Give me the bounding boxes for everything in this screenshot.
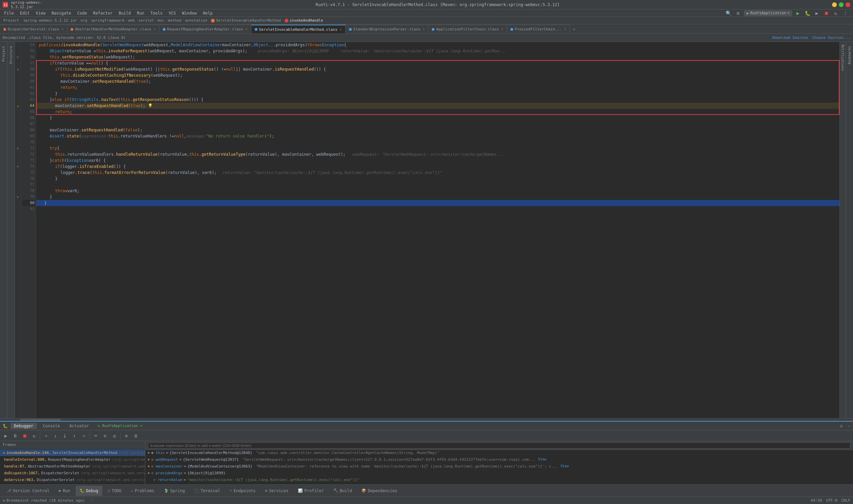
restore-layout-button[interactable]: ≡: [122, 431, 131, 440]
maximize-button[interactable]: [839, 2, 843, 7]
debug-minimize-icon[interactable]: −: [848, 423, 850, 429]
bottom-tab-build[interactable]: 🔨 Build: [329, 486, 356, 496]
tab-close[interactable]: ×: [564, 28, 566, 31]
project-panel-label[interactable]: Project: [1, 43, 6, 64]
watch-item-returnValue[interactable]: = returnValue = "monitor/cache/cache::${…: [145, 477, 853, 484]
project-label[interactable]: Project: [3, 16, 20, 25]
debug-button[interactable]: 🐛: [804, 10, 811, 17]
evaluate-expression-button[interactable]: ⌨: [91, 431, 100, 440]
tab-close[interactable]: ×: [61, 28, 63, 31]
breadcrumb-web[interactable]: web: [128, 18, 135, 23]
structure-label[interactable]: Structure: [8, 43, 14, 67]
evaluate-input[interactable]: [148, 443, 850, 449]
code-line-55[interactable]: Object returnValue = this . invokeForReq…: [36, 48, 839, 54]
debug-tab-actuator[interactable]: Actuator: [66, 423, 92, 429]
horizontal-scrollbar[interactable]: [0, 418, 853, 421]
breadcrumb-org[interactable]: org: [81, 18, 88, 23]
code-line-60[interactable]: mavContainer. setRequestHandled ( true )…: [36, 78, 839, 85]
menu-build[interactable]: Build: [116, 10, 133, 16]
step-into-button[interactable]: ↓: [51, 431, 60, 440]
tab-standard-expression[interactable]: StandardExpressionParser.class ×: [346, 25, 429, 33]
menu-file[interactable]: File: [1, 10, 17, 16]
code-line-72[interactable]: this .returnValueHandlers. handleReturnV…: [36, 151, 839, 158]
code-area[interactable]: public void invokeAndHandle ( ServletWeb…: [36, 42, 839, 418]
tab-request-mapping[interactable]: RequestMappingHandlerAdapter.class ×: [160, 25, 251, 33]
bottom-tab-dependencies[interactable]: 📦 Dependencies: [358, 486, 401, 496]
search-everywhere-icon[interactable]: 🔍: [725, 10, 732, 17]
tab-close[interactable]: ×: [340, 28, 342, 32]
expand-this[interactable]: ▶: [148, 451, 150, 454]
menu-run[interactable]: Run: [134, 10, 147, 16]
bottom-tab-terminal[interactable]: ⬛ Terminal: [190, 486, 224, 496]
debug-settings-icon[interactable]: ⚙: [840, 423, 842, 429]
bottom-tab-todo[interactable]: ☑ TODO: [104, 486, 126, 496]
breadcrumb-mvc[interactable]: mvc: [158, 18, 164, 23]
bottom-tab-profiler[interactable]: 📊 Profiler: [294, 486, 328, 496]
code-line-57[interactable]: if (returnValue == null ) {: [36, 60, 839, 66]
run-config-dropdown[interactable]: ▶ RuoYiApplication ▼: [744, 10, 792, 16]
code-line-75[interactable]: logger. trace ( this . formatErrorForRet…: [36, 169, 839, 176]
fold-icon-74[interactable]: ▼: [17, 165, 19, 168]
run-button[interactable]: ▶: [794, 10, 802, 17]
code-line-59[interactable]: this . disableContentCachingIfNecessary …: [36, 72, 839, 78]
breadcrumb-method[interactable]: method: [168, 18, 181, 23]
code-line-74[interactable]: if (logger. isTraceEnabled ()) {: [36, 163, 839, 169]
more-actions-icon[interactable]: ⋮: [841, 10, 849, 17]
menu-edit[interactable]: Edit: [17, 10, 33, 16]
menu-tools[interactable]: Tools: [148, 10, 165, 16]
code-line-65[interactable]: return ;: [36, 109, 839, 115]
code-line-78[interactable]: throw var6;: [36, 188, 839, 194]
bottom-tab-spring[interactable]: 🍃 Spring: [160, 486, 189, 496]
step-out-button[interactable]: ↑: [70, 431, 79, 440]
fold-icon-56[interactable]: ▼: [17, 55, 19, 59]
watch-item-mavContainer[interactable]: ▶ ⊙ mavContainer = {ModelAndViewContaine…: [145, 464, 853, 470]
code-line-63[interactable]: } else if ( StringUtils . hasText ( this…: [36, 96, 839, 103]
tab-close[interactable]: ×: [154, 28, 156, 31]
debug-tab-debugger[interactable]: Debugger: [11, 423, 37, 429]
watch-view-link-2[interactable]: View: [561, 464, 569, 468]
breadcrumb-springframework[interactable]: springframework: [91, 18, 124, 23]
breadcrumb-annotation[interactable]: annotation: [185, 18, 207, 23]
tab-servlet-invocable[interactable]: ServletInvocableHandlerMethod.class ×: [251, 25, 346, 33]
bottom-tab-problems[interactable]: ⚠ Problems: [127, 486, 158, 496]
frame-item-0[interactable]: → invokeAndHandle:144, ServletInvocableH…: [0, 449, 145, 456]
expand-webRequest[interactable]: ▶: [148, 457, 150, 461]
debug-tab-console[interactable]: Console: [39, 423, 63, 429]
tab-app-filter-chain[interactable]: ApplicationFilterChain.class ×: [428, 25, 507, 33]
minimize-button[interactable]: [832, 2, 837, 7]
code-line-56[interactable]: this . setResponseStatus (webRequest);: [36, 54, 839, 60]
code-line-66[interactable]: }: [36, 115, 839, 121]
run-to-cursor-button[interactable]: ⇒: [79, 431, 88, 440]
choose-sources-link[interactable]: Choose Sources...: [812, 35, 850, 40]
stop-debug-button[interactable]: ⏹: [20, 431, 29, 440]
breadcrumb-servlet[interactable]: servlet: [139, 18, 154, 23]
bottom-tab-endpoints[interactable]: ⚡ Endpoints: [226, 486, 260, 496]
watch-item-this[interactable]: ▶ ⊙ this = {ServletInvocableHandlerMetho…: [145, 450, 853, 457]
expand-providedArgs[interactable]: ▶: [148, 471, 150, 474]
menu-navigate[interactable]: Navigate: [49, 10, 74, 16]
resume-button[interactable]: ▶: [1, 431, 10, 440]
tab-proxied-filter[interactable]: ProxiedFilterChain... ×: [507, 25, 570, 33]
fold-icon-79[interactable]: ▼: [17, 195, 19, 199]
expand-mavContainer[interactable]: ▶: [148, 464, 150, 468]
settings-icon[interactable]: ⚙: [734, 10, 742, 17]
code-line-80[interactable]: }: [36, 200, 839, 206]
breadcrumb-class[interactable]: ⬤ ServletInvocableHandlerMethod: [211, 18, 281, 23]
menu-help[interactable]: Help: [200, 10, 215, 16]
settings-debug-button[interactable]: ≣: [131, 431, 140, 440]
watch-view-link-1[interactable]: View: [538, 457, 546, 461]
tab-close[interactable]: ×: [423, 28, 425, 31]
code-line-64[interactable]: mavContainer. setRequestHandled ( true )…: [36, 103, 839, 109]
step-over-button[interactable]: ↷: [41, 431, 50, 440]
update-button[interactable]: ↻: [832, 10, 839, 17]
code-line-69[interactable]: Assert . state ( expression: this .retur…: [36, 133, 839, 139]
code-line-58[interactable]: if ( this . isRequestNotModified (webReq…: [36, 66, 839, 72]
breakpoints-button[interactable]: ⊙: [101, 431, 109, 440]
menu-vcs[interactable]: VCS: [166, 10, 179, 16]
bottom-tab-version-control[interactable]: ⎇ Version Control: [3, 486, 53, 496]
code-line-73[interactable]: } catch ( Exception var6) {: [36, 158, 839, 163]
code-line-79[interactable]: }: [36, 194, 839, 200]
watch-item-webRequest[interactable]: ▶ ⊙ webRequest = {ServletWebRequest@1383…: [145, 457, 853, 464]
breadcrumb-jar[interactable]: spring-webmvc-5.3.12.jar: [23, 18, 77, 23]
tab-close[interactable]: ×: [501, 28, 503, 31]
